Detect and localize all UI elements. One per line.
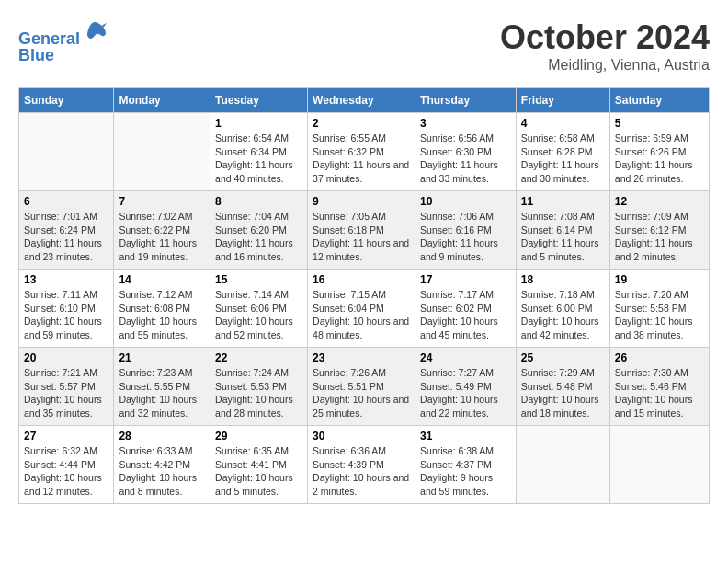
calendar-cell [516,426,609,504]
calendar-cell: 28Sunrise: 6:33 AM Sunset: 4:42 PM Dayli… [114,426,210,504]
calendar-cell: 10Sunrise: 7:06 AM Sunset: 6:16 PM Dayli… [415,191,517,270]
weekday-header: Friday [516,88,609,113]
day-info: Sunrise: 6:58 AM Sunset: 6:28 PM Dayligh… [521,132,605,186]
day-number: 24 [420,351,511,364]
day-number: 3 [420,117,511,130]
calendar-cell: 2Sunrise: 6:55 AM Sunset: 6:32 PM Daylig… [308,113,415,191]
calendar-cell: 1Sunrise: 6:54 AM Sunset: 6:34 PM Daylig… [210,113,308,191]
calendar-cell: 19Sunrise: 7:20 AM Sunset: 5:58 PM Dayli… [609,270,709,348]
day-number: 20 [24,351,108,364]
location: Meidling, Vienna, Austria [500,57,710,74]
calendar-cell: 14Sunrise: 7:12 AM Sunset: 6:08 PM Dayli… [114,270,210,348]
day-number: 14 [119,273,205,286]
calendar-week-row: 1Sunrise: 6:54 AM Sunset: 6:34 PM Daylig… [19,113,710,191]
day-number: 11 [521,195,605,208]
calendar-cell: 16Sunrise: 7:15 AM Sunset: 6:04 PM Dayli… [308,270,415,348]
title-block: October 2024 Meidling, Vienna, Austria [500,18,710,74]
calendar-cell: 22Sunrise: 7:24 AM Sunset: 5:53 PM Dayli… [210,348,308,426]
day-info: Sunrise: 7:23 AM Sunset: 5:55 PM Dayligh… [119,366,205,420]
calendar-cell: 20Sunrise: 7:21 AM Sunset: 5:57 PM Dayli… [19,348,114,426]
calendar-cell: 7Sunrise: 7:02 AM Sunset: 6:22 PM Daylig… [114,191,210,270]
day-number: 30 [313,430,410,442]
logo-text: General [18,18,108,50]
day-number: 18 [521,273,605,286]
day-info: Sunrise: 7:01 AM Sunset: 6:24 PM Dayligh… [24,210,108,264]
day-info: Sunrise: 6:54 AM Sunset: 6:34 PM Dayligh… [215,132,302,186]
day-number: 17 [420,273,511,286]
calendar-week-row: 27Sunrise: 6:32 AM Sunset: 4:44 PM Dayli… [19,426,710,504]
day-number: 27 [24,430,108,442]
day-number: 4 [521,117,605,130]
day-number: 13 [24,273,108,286]
calendar-cell: 3Sunrise: 6:56 AM Sunset: 6:30 PM Daylig… [415,113,517,191]
page-header: General Blue October 2024 Meidling, Vien… [18,18,710,74]
day-number: 26 [615,351,704,364]
calendar-cell [609,426,709,504]
day-info: Sunrise: 7:24 AM Sunset: 5:53 PM Dayligh… [215,366,302,420]
weekday-header-row: SundayMondayTuesdayWednesdayThursdayFrid… [19,88,710,113]
day-number: 21 [119,351,205,364]
calendar-cell: 29Sunrise: 6:35 AM Sunset: 4:41 PM Dayli… [210,426,308,504]
day-info: Sunrise: 6:35 AM Sunset: 4:41 PM Dayligh… [215,444,302,499]
calendar-cell: 26Sunrise: 7:30 AM Sunset: 5:46 PM Dayli… [609,348,709,426]
day-info: Sunrise: 7:29 AM Sunset: 5:48 PM Dayligh… [521,366,605,420]
day-info: Sunrise: 6:36 AM Sunset: 4:39 PM Dayligh… [313,444,410,499]
calendar-cell: 17Sunrise: 7:17 AM Sunset: 6:02 PM Dayli… [415,270,517,348]
calendar-cell: 11Sunrise: 7:08 AM Sunset: 6:14 PM Dayli… [516,191,609,270]
day-info: Sunrise: 7:08 AM Sunset: 6:14 PM Dayligh… [521,210,605,264]
day-number: 8 [215,195,302,208]
day-number: 25 [521,351,605,364]
day-number: 28 [119,430,205,442]
day-number: 22 [215,351,302,364]
day-info: Sunrise: 6:59 AM Sunset: 6:26 PM Dayligh… [615,132,704,186]
day-number: 31 [420,430,511,442]
logo-bird-icon [82,18,108,44]
day-info: Sunrise: 7:12 AM Sunset: 6:08 PM Dayligh… [119,288,205,342]
day-info: Sunrise: 7:14 AM Sunset: 6:06 PM Dayligh… [215,288,302,342]
day-info: Sunrise: 7:26 AM Sunset: 5:51 PM Dayligh… [313,366,410,420]
day-info: Sunrise: 7:21 AM Sunset: 5:57 PM Dayligh… [24,366,108,420]
calendar-cell: 4Sunrise: 6:58 AM Sunset: 6:28 PM Daylig… [516,113,609,191]
day-number: 10 [420,195,511,208]
day-info: Sunrise: 7:04 AM Sunset: 6:20 PM Dayligh… [215,210,302,264]
calendar-week-row: 20Sunrise: 7:21 AM Sunset: 5:57 PM Dayli… [19,348,710,426]
day-info: Sunrise: 6:38 AM Sunset: 4:37 PM Dayligh… [420,444,511,499]
calendar-cell: 23Sunrise: 7:26 AM Sunset: 5:51 PM Dayli… [308,348,415,426]
calendar-cell: 25Sunrise: 7:29 AM Sunset: 5:48 PM Dayli… [516,348,609,426]
day-number: 1 [215,117,302,130]
day-info: Sunrise: 6:55 AM Sunset: 6:32 PM Dayligh… [313,132,410,186]
logo: General Blue [18,18,108,65]
calendar-cell: 15Sunrise: 7:14 AM Sunset: 6:06 PM Dayli… [210,270,308,348]
calendar-cell: 31Sunrise: 6:38 AM Sunset: 4:37 PM Dayli… [415,426,517,504]
day-number: 12 [615,195,704,208]
weekday-header: Saturday [609,88,709,113]
calendar-cell [19,113,114,191]
day-info: Sunrise: 6:56 AM Sunset: 6:30 PM Dayligh… [420,132,511,186]
day-number: 15 [215,273,302,286]
calendar-cell: 30Sunrise: 6:36 AM Sunset: 4:39 PM Dayli… [308,426,415,504]
calendar-cell: 24Sunrise: 7:27 AM Sunset: 5:49 PM Dayli… [415,348,517,426]
day-number: 6 [24,195,108,208]
day-info: Sunrise: 7:02 AM Sunset: 6:22 PM Dayligh… [119,210,205,264]
day-number: 23 [313,351,410,364]
day-number: 29 [215,430,302,442]
day-number: 7 [119,195,205,208]
calendar-table: SundayMondayTuesdayWednesdayThursdayFrid… [18,87,710,504]
weekday-header: Wednesday [308,88,415,113]
day-info: Sunrise: 6:32 AM Sunset: 4:44 PM Dayligh… [24,444,108,499]
weekday-header: Thursday [415,88,517,113]
calendar-week-row: 13Sunrise: 7:11 AM Sunset: 6:10 PM Dayli… [19,270,710,348]
day-info: Sunrise: 7:30 AM Sunset: 5:46 PM Dayligh… [615,366,704,420]
calendar-cell: 13Sunrise: 7:11 AM Sunset: 6:10 PM Dayli… [19,270,114,348]
day-info: Sunrise: 7:09 AM Sunset: 6:12 PM Dayligh… [615,210,704,264]
day-info: Sunrise: 7:11 AM Sunset: 6:10 PM Dayligh… [24,288,108,342]
weekday-header: Monday [114,88,210,113]
day-number: 9 [313,195,410,208]
calendar-week-row: 6Sunrise: 7:01 AM Sunset: 6:24 PM Daylig… [19,191,710,270]
weekday-header: Tuesday [210,88,308,113]
calendar-cell: 18Sunrise: 7:18 AM Sunset: 6:00 PM Dayli… [516,270,609,348]
day-number: 5 [615,117,704,130]
day-number: 2 [313,117,410,130]
calendar-cell: 6Sunrise: 7:01 AM Sunset: 6:24 PM Daylig… [19,191,114,270]
day-number: 16 [313,273,410,286]
